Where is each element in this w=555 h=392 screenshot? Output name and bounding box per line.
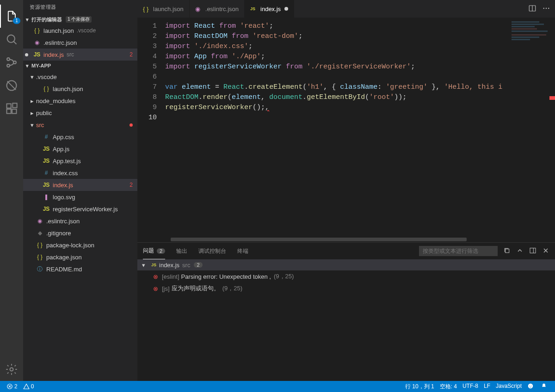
activity-search[interactable] xyxy=(0,28,23,51)
item-name: App.js xyxy=(53,146,69,153)
item-name: logo.svg xyxy=(53,194,75,201)
sb-feedback-icon[interactable] xyxy=(524,383,538,389)
scroll-error-marker xyxy=(549,96,555,100)
file-item[interactable]: ❚logo.svg xyxy=(23,191,137,203)
file-item[interactable]: JSindex.js2 xyxy=(23,179,137,191)
collapse-all-icon[interactable] xyxy=(503,247,511,256)
file-item[interactable]: JSApp.js xyxy=(23,143,137,155)
split-editor-icon[interactable] xyxy=(528,4,536,14)
file-icon: ❚ xyxy=(43,193,50,201)
tab-label: index.js xyxy=(260,6,281,12)
problem-item[interactable]: ⊗[eslint]Parsing error: Unexpected token… xyxy=(137,270,555,282)
sb-errors[interactable]: 2 xyxy=(4,381,20,392)
problem-message: 应为声明或语句。 xyxy=(172,284,220,293)
modified-dot-icon xyxy=(25,53,28,56)
chevron-down-icon: ▾ xyxy=(31,74,36,80)
file-icon: # xyxy=(43,133,50,141)
open-editor-item[interactable]: ◉.eslintrc.json xyxy=(23,37,137,49)
activity-explorer[interactable]: 1 xyxy=(0,5,23,28)
activity-scm[interactable] xyxy=(0,51,23,74)
activity-debug[interactable] xyxy=(0,74,23,97)
item-name: README.md xyxy=(46,266,82,273)
sb-warnings[interactable]: 0 xyxy=(20,381,37,392)
file-item[interactable]: #index.css xyxy=(23,167,137,179)
panel-tab-output[interactable]: 输出 xyxy=(176,243,187,259)
file-item[interactable]: JSregisterServiceWorker.js xyxy=(23,203,137,215)
minimap[interactable] xyxy=(512,20,549,48)
sb-eol[interactable]: LF xyxy=(481,383,493,389)
file-name: launch.json xyxy=(43,27,74,34)
error-icon: ⊗ xyxy=(153,285,158,292)
folder-item[interactable]: ▾.vscode xyxy=(23,71,137,83)
editor-h-scrollbar[interactable] xyxy=(137,237,555,242)
problem-position: (9，25) xyxy=(274,272,294,281)
file-item[interactable]: { }launch.json xyxy=(23,83,137,95)
problem-file-row[interactable]: ▾ JS index.js src 2 xyxy=(137,259,555,270)
tab-label: launch.json xyxy=(153,6,184,12)
panel-up-icon[interactable] xyxy=(516,247,524,256)
file-item[interactable]: ⓘREADME.md xyxy=(23,263,137,275)
svg-point-2 xyxy=(7,64,10,67)
svg-point-19 xyxy=(531,385,531,386)
error-icon: ⊗ xyxy=(153,273,158,280)
item-name: node_modules xyxy=(36,98,75,104)
activity-badge: 1 xyxy=(13,18,20,24)
file-item[interactable]: { }package.json xyxy=(23,251,137,263)
statusbar: 2 0 行 10，列 1 空格: 4 UTF-8 LF JavaScript xyxy=(0,381,555,392)
editor-code[interactable]: import React from 'react'; import ReactD… xyxy=(165,18,555,237)
open-editor-item[interactable]: { }launch.json.vscode xyxy=(23,24,137,37)
panel-tab-terminal[interactable]: 终端 xyxy=(237,243,248,259)
activity-extensions[interactable] xyxy=(0,97,23,120)
section-project[interactable]: ▾ MY-APP xyxy=(23,61,137,71)
sb-language[interactable]: JavaScript xyxy=(493,383,524,389)
editor-tab[interactable]: JSindex.js xyxy=(245,0,294,18)
panel-close-icon[interactable] xyxy=(542,247,549,256)
folder-item[interactable]: ▸node_modules xyxy=(23,95,137,107)
file-icon: ◉ xyxy=(195,6,203,12)
folder-item[interactable]: ▸public xyxy=(23,107,137,119)
file-item[interactable]: ◉.eslintrc.json xyxy=(23,215,137,227)
activity-settings[interactable] xyxy=(0,358,23,381)
file-item[interactable]: JSApp.test.js xyxy=(23,155,137,167)
item-name: package-lock.json xyxy=(46,242,94,249)
item-name: .eslintrc.json xyxy=(46,218,80,225)
file-icon: JS xyxy=(43,181,50,189)
problem-item[interactable]: ⊗[js]应为声明或语句。(9，25) xyxy=(137,282,555,294)
editor-tab[interactable]: ◉.eslintrc.json xyxy=(190,0,245,18)
chevron-right-icon: ▸ xyxy=(31,98,36,104)
section-open-editors[interactable]: ▾ 打开的编辑器 1 个未保存 xyxy=(23,14,137,24)
file-item[interactable]: ◆.gitignore xyxy=(23,227,137,239)
panel-tab-problems[interactable]: 问题 2 xyxy=(143,243,165,259)
error-dot-icon xyxy=(130,123,133,127)
svg-point-17 xyxy=(528,383,533,388)
bottom-panel: 问题 2 输出 调试控制台 终端 ▾ JS index.js xyxy=(137,242,555,381)
folder-item[interactable]: ▾src xyxy=(23,119,137,131)
item-name: App.test.js xyxy=(53,158,81,165)
file-path: .vscode xyxy=(77,27,96,34)
panel-filter-input[interactable] xyxy=(419,246,498,256)
chevron-down-icon: ▾ xyxy=(142,262,148,269)
panel-layout-icon[interactable] xyxy=(529,247,536,256)
problem-message: Parsing error: Unexpected token , xyxy=(181,273,271,280)
tab-label: .eslintrc.json xyxy=(205,6,239,12)
svg-point-9 xyxy=(10,368,13,371)
sb-line-col[interactable]: 行 10，列 1 xyxy=(402,383,437,391)
panel-tab-debug-console[interactable]: 调试控制台 xyxy=(198,243,226,259)
file-item[interactable]: { }package-lock.json xyxy=(23,239,137,251)
problem-source: [eslint] xyxy=(162,273,179,280)
sb-encoding[interactable]: UTF-8 xyxy=(460,383,481,389)
file-item[interactable]: #App.css xyxy=(23,131,137,143)
file-name: .eslintrc.json xyxy=(43,39,77,46)
more-icon[interactable] xyxy=(542,4,550,14)
modified-dot-icon xyxy=(284,7,288,11)
open-editor-item[interactable]: JSindex.jssrc2 xyxy=(23,49,137,61)
svg-rect-8 xyxy=(12,103,17,107)
sb-spaces[interactable]: 空格: 4 xyxy=(437,383,460,391)
item-name: package.json xyxy=(46,254,82,261)
editor-gutter: 12345678910 xyxy=(137,18,165,237)
sb-notifications-icon[interactable] xyxy=(538,383,551,389)
code-editor[interactable]: 12345678910 import React from 'react'; i… xyxy=(137,18,555,237)
file-icon: { } xyxy=(33,27,41,34)
panel-tabs: 问题 2 输出 调试控制台 终端 xyxy=(137,243,555,259)
editor-tab[interactable]: { }launch.json xyxy=(137,0,190,18)
